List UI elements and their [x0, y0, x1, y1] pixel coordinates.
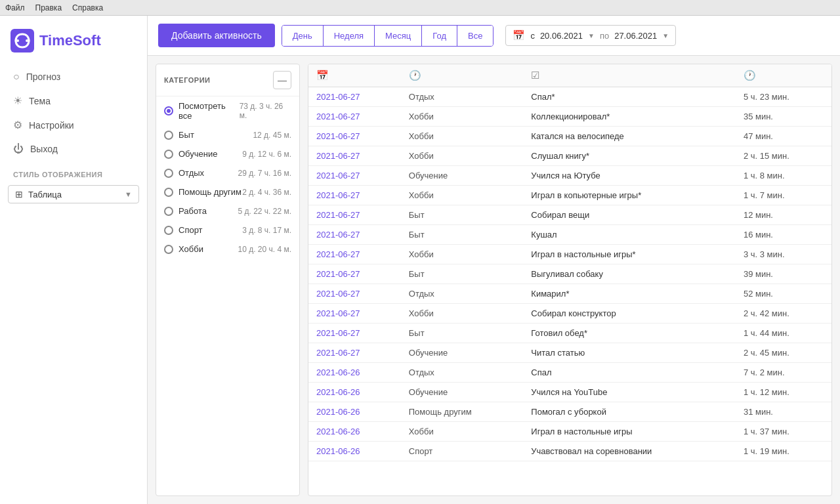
table-row[interactable]: 2021-06-27 Обучение Учился на Ютубе 1 ч.… — [308, 166, 831, 186]
svg-point-2 — [26, 39, 28, 42]
cell-duration: 2 ч. 42 мин. — [736, 304, 831, 324]
category-item-education[interactable]: Обучение 9 д. 12 ч. 6 м. — [156, 144, 299, 163]
cell-date: 2021-06-27 — [308, 284, 401, 304]
cell-date: 2021-06-27 — [308, 225, 401, 245]
category-label: Быт — [178, 130, 194, 140]
category-item-work[interactable]: Работа 5 д. 22 ч. 22 м. — [156, 201, 299, 220]
category-item-hobby[interactable]: Хобби 10 д. 20 ч. 4 м. — [156, 240, 299, 259]
cell-category: Быт — [401, 225, 524, 245]
table-row[interactable]: 2021-06-27 Хобби Коллекционировал* 35 ми… — [308, 107, 831, 127]
categories-panel: КАТЕГОРИИ — Посмотреть все 73 д. 3 ч. 26… — [156, 64, 300, 496]
cell-category: Отдых — [401, 363, 524, 383]
table-row[interactable]: 2021-06-27 Хобби Слушал книгу* 2 ч. 15 м… — [308, 146, 831, 166]
cell-duration: 47 мин. — [736, 127, 831, 146]
col-duration: 🕐 — [736, 64, 831, 87]
cell-activity: Кимарил* — [523, 284, 736, 304]
category-duration: 29 д. 7 ч. 16 м. — [238, 169, 291, 178]
cell-activity: Готовил обед* — [523, 324, 736, 343]
table-container[interactable]: 📅 🕐 ☑ 🕐 2021-06-27 Отдых Спал* 5 ч. 23 м… — [308, 64, 831, 495]
cell-activity: Учился на YouTube — [523, 383, 736, 402]
menubar: Файл Правка Справка — [0, 0, 840, 16]
category-item-sport[interactable]: Спорт 3 д. 8 ч. 17 м. — [156, 220, 299, 240]
category-label: Помощь другим — [178, 187, 242, 197]
category-left: Отдых — [164, 168, 204, 178]
categories-collapse-button[interactable]: — — [273, 71, 291, 89]
table-row[interactable]: 2021-06-27 Быт Кушал 16 мин. — [308, 225, 831, 245]
category-duration: 5 д. 22 ч. 22 м. — [238, 207, 291, 216]
cell-duration: 1 ч. 37 мин. — [736, 422, 831, 442]
table-row[interactable]: 2021-06-26 Обучение Учился на YouTube 1 … — [308, 383, 831, 402]
tab-all[interactable]: Все — [457, 26, 493, 46]
cell-duration: 2 ч. 45 мин. — [736, 343, 831, 363]
cell-category: Хобби — [401, 127, 524, 146]
cell-activity: Спал — [523, 363, 736, 383]
tab-month[interactable]: Месяц — [375, 26, 422, 46]
category-item-help[interactable]: Помощь другим 2 д. 4 ч. 36 м. — [156, 182, 299, 201]
table-row[interactable]: 2021-06-27 Отдых Кимарил* 52 мин. — [308, 284, 831, 304]
table-row[interactable]: 2021-06-26 Хобби Играл в настольные игры… — [308, 422, 831, 442]
table-row[interactable]: 2021-06-27 Быт Готовил обед* 1 ч. 44 мин… — [308, 324, 831, 343]
category-left: Быт — [164, 130, 194, 140]
sidebar-item-theme-label: Тема — [29, 96, 51, 106]
category-item-all[interactable]: Посмотреть все 73 д. 3 ч. 26 м. — [156, 96, 299, 125]
table-row[interactable]: 2021-06-27 Хобби Собирал конструктор 2 ч… — [308, 304, 831, 324]
date-to[interactable]: 27.06.2021 — [614, 31, 657, 41]
category-item-byt[interactable]: Быт 12 д. 45 м. — [156, 125, 299, 144]
style-dropdown[interactable]: ⊞ Таблица ▼ — [8, 185, 139, 203]
sidebar-item-forecast[interactable]: ○ Прогноз — [5, 66, 142, 88]
table-row[interactable]: 2021-06-27 Отдых Спал* 5 ч. 23 мин. — [308, 87, 831, 107]
style-section-label: СТИЛЬ ОТОБРАЖЕНИЯ — [0, 160, 147, 182]
table-row[interactable]: 2021-06-26 Спорт Учавствовал на соревнов… — [308, 442, 831, 461]
date-range: 📅 с 20.06.2021 ▼ по 27.06.2021 ▼ — [505, 25, 676, 46]
main-content: Добавить активность День Неделя Месяц Го… — [148, 16, 840, 504]
radio-dot — [164, 150, 173, 159]
svg-rect-0 — [10, 29, 34, 52]
add-activity-button[interactable]: Добавить активность — [158, 24, 275, 47]
category-left: Хобби — [164, 244, 203, 254]
sidebar-item-settings[interactable]: ⚙ Настройки — [5, 114, 142, 136]
calendar-icon: 📅 — [513, 30, 525, 41]
menu-file[interactable]: Файл — [5, 3, 25, 12]
menu-edit[interactable]: Правка — [35, 3, 62, 12]
cell-category: Отдых — [401, 87, 524, 107]
cell-category: Хобби — [401, 146, 524, 166]
table-row[interactable]: 2021-06-27 Быт Выгуливал собаку 39 мин. — [308, 264, 831, 284]
cell-date: 2021-06-26 — [308, 363, 401, 383]
radio-dot — [164, 106, 173, 116]
style-dropdown-label: Таблица — [28, 190, 119, 200]
cell-category: Обучение — [401, 383, 524, 402]
sidebar-item-logout[interactable]: ⏻ Выход — [5, 138, 142, 160]
category-label: Отдых — [178, 168, 204, 178]
cell-date: 2021-06-26 — [308, 442, 401, 461]
menu-help[interactable]: Справка — [72, 3, 103, 12]
cell-date: 2021-06-27 — [308, 166, 401, 186]
table-row[interactable]: 2021-06-27 Хобби Катался на велосипеде 4… — [308, 127, 831, 146]
category-left: Спорт — [164, 225, 203, 235]
date-from-arrow: ▼ — [588, 32, 595, 39]
table-row[interactable]: 2021-06-27 Быт Собирал вещи 12 мин. — [308, 205, 831, 225]
cell-date: 2021-06-26 — [308, 383, 401, 402]
cell-category: Хобби — [401, 422, 524, 442]
tab-year[interactable]: Год — [422, 26, 457, 46]
sidebar-item-settings-label: Настройки — [29, 120, 74, 131]
radio-dot — [164, 245, 173, 254]
table-row[interactable]: 2021-06-27 Хобби Играл в настольные игры… — [308, 245, 831, 264]
table-row[interactable]: 2021-06-27 Обучение Читал статью 2 ч. 45… — [308, 343, 831, 363]
table-row[interactable]: 2021-06-27 Хобби Играл в копьютерные игр… — [308, 186, 831, 205]
cell-category: Помощь другим — [401, 402, 524, 422]
category-item-rest[interactable]: Отдых 29 д. 7 ч. 16 м. — [156, 163, 299, 182]
date-from[interactable]: 20.06.2021 — [540, 31, 583, 41]
col-category: 🕐 — [401, 64, 524, 87]
sidebar-item-theme[interactable]: ☀ Тема — [5, 89, 142, 112]
toolbar: Добавить активность День Неделя Месяц Го… — [148, 16, 840, 56]
tab-day[interactable]: День — [282, 26, 324, 46]
tab-week[interactable]: Неделя — [324, 26, 375, 46]
table-row[interactable]: 2021-06-26 Помощь другим Помогал с уборк… — [308, 402, 831, 422]
table-row[interactable]: 2021-06-26 Отдых Спал 7 ч. 2 мин. — [308, 363, 831, 383]
category-duration: 2 д. 4 ч. 36 м. — [242, 188, 291, 197]
sidebar-item-forecast-label: Прогноз — [26, 72, 61, 82]
sidebar: TimeSoft ○ Прогноз ☀ Тема ⚙ Настройки ⏻ … — [0, 16, 148, 504]
cell-date: 2021-06-27 — [308, 146, 401, 166]
cell-duration: 12 мин. — [736, 205, 831, 225]
radio-dot — [164, 188, 173, 197]
